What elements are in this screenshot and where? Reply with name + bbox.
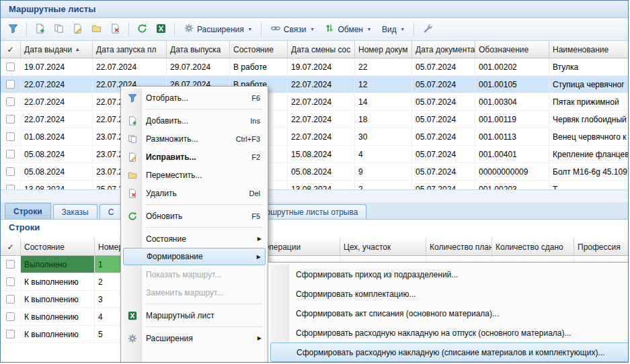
table-row[interactable]: 22.07.202422.07.202422.07.20241405.07.20… (1, 93, 629, 111)
table-row[interactable]: 19.07.202422.07.202429.07.2024В работе19… (1, 58, 629, 76)
column-header[interactable]: Дата документа (412, 41, 475, 58)
table-row[interactable]: 05.08.202423.07.202415.08.2024405.07.202… (1, 146, 629, 163)
column-header[interactable]: Профессия (574, 238, 629, 256)
lines-section-title: Строки (9, 222, 40, 232)
cell: 05.08.2024 (21, 163, 93, 180)
row-checkbox[interactable] (6, 115, 15, 124)
table-row-selected[interactable]: 22.07.202422.07.202426.07.2024В работе22… (1, 76, 629, 93)
links-menu-button[interactable]: Связи▾ (266, 21, 319, 38)
submenu-item-incoming[interactable]: Сформировать приход из подразделений... (270, 265, 629, 284)
row-checkbox[interactable] (6, 312, 15, 321)
menu-item-duplicate[interactable]: Размножить...Ctrl+F3 (123, 130, 266, 148)
row-checkbox[interactable] (6, 330, 15, 338)
checkbox-cell (1, 76, 21, 93)
settings-button[interactable] (419, 21, 436, 38)
route-sheets-table: ✓ Дата выдачи▲ Дата запуска пл Дата выпу… (1, 41, 629, 189)
column-header[interactable]: Состояние (21, 238, 95, 256)
row-checkbox[interactable] (6, 150, 15, 158)
extensions-menu-button[interactable]: Расширения▾ (180, 21, 256, 38)
menu-item-filter[interactable]: Отобрать...F6 (123, 89, 266, 107)
menu-item-label: Добавить... (141, 116, 250, 126)
excel-button[interactable] (153, 21, 169, 38)
menu-item-refresh[interactable]: ОбновитьF5 (123, 207, 266, 225)
cell: Ступица червячног (549, 76, 629, 93)
checkbox-cell (1, 58, 21, 75)
add-button[interactable] (32, 21, 48, 38)
column-header[interactable]: Обозначение (475, 41, 549, 58)
table-row[interactable]: 22.07.202422.07.202422.07.20241805.07.20… (1, 111, 629, 128)
row-checkbox[interactable] (6, 260, 15, 269)
delete-button[interactable] (107, 21, 124, 38)
column-header[interactable]: Номер докум (355, 41, 412, 58)
edit-button[interactable] (69, 21, 86, 38)
menu-separator (146, 326, 262, 327)
menu-item-state[interactable]: Состояние▶ (123, 230, 266, 248)
table-row[interactable]: 05.08.202423.07.202405.08.2024905.07.202… (1, 163, 629, 181)
menu-item-label: Удалить (141, 189, 249, 198)
table-row[interactable]: 01.08.202423.07.202422.07.20243005.07.20… (1, 128, 629, 146)
submenu-item-kitting[interactable]: Сформировать комплектацию... (270, 284, 629, 304)
filter-button[interactable] (5, 21, 22, 38)
tab-zakazy[interactable]: Заказы (53, 204, 97, 219)
row-checkbox[interactable] (6, 277, 15, 286)
menu-item-extensions[interactable]: Расширения▶ (123, 329, 266, 347)
column-header[interactable]: Наименование (549, 41, 629, 58)
cell: 05.07.2024 (412, 76, 475, 93)
row-checkbox[interactable] (6, 295, 15, 304)
submenu-item-writeoff-act[interactable]: Сформировать акт списания (основного мат… (270, 304, 629, 323)
row-checkbox[interactable] (6, 167, 15, 176)
tab-stroki[interactable]: Строки (5, 203, 51, 219)
column-header[interactable]: Дата запуска пл (93, 41, 167, 58)
menu-item-move[interactable]: Переместить... (123, 166, 266, 184)
splitter[interactable] (1, 189, 629, 202)
exchange-menu-button[interactable]: Обмен▾ (320, 21, 375, 38)
submenu-item-writeoff-invoice[interactable]: Сформировать расходную накладную (списан… (270, 343, 629, 362)
row-checkbox[interactable] (6, 97, 15, 106)
view-menu-button[interactable]: Вид▾ (377, 21, 409, 38)
refresh-icon (123, 212, 141, 221)
copy-button[interactable] (50, 21, 67, 38)
select-all-column-header[interactable]: ✓ (1, 41, 21, 58)
menu-item-route-sheet[interactable]: Маршрутный лист (123, 306, 266, 324)
column-header[interactable]: Количество сдано (492, 238, 574, 256)
cell: 05.07.2024 (412, 163, 475, 180)
cell: 22.07.2024 (288, 111, 355, 128)
column-header[interactable]: Дата выпуска (167, 41, 230, 58)
row-checkbox[interactable] (6, 185, 15, 189)
submenu-arrow-icon: ▶ (257, 254, 261, 260)
dropdown-arrow-icon: ▾ (311, 26, 313, 32)
cell: 05.07.2024 (412, 181, 475, 189)
cell: 15.08.2024 (288, 146, 355, 163)
menu-item-edit[interactable]: Исправить...F2 (123, 148, 266, 166)
refresh-button[interactable] (134, 21, 151, 38)
cell: 001.00304 (475, 93, 549, 110)
menu-separator (146, 227, 262, 228)
menu-item-label: Отобрать... (141, 93, 251, 103)
cell: Пятак прижимной (549, 93, 629, 110)
menu-item-label: Размножить... (141, 134, 236, 144)
submenu-item-issue-invoice[interactable]: Сформировать расходную накладную на отпу… (270, 323, 629, 343)
menu-item-formation[interactable]: Формирование▶ (123, 248, 266, 265)
column-header[interactable]: Операции (260, 238, 340, 256)
menu-shortcut: Ins (250, 117, 260, 125)
cell: 001.00401 (475, 146, 549, 163)
select-all-column-header[interactable]: ✓ (1, 238, 21, 256)
menu-item-delete[interactable]: УдалитьDel (123, 184, 266, 202)
folder-icon (91, 24, 102, 36)
column-header-issue-date[interactable]: Дата выдачи▲ (21, 41, 93, 58)
row-checkbox[interactable] (6, 132, 15, 141)
row-checkbox[interactable] (6, 62, 15, 71)
column-header[interactable]: Состояние (230, 41, 288, 58)
row-checkbox[interactable] (6, 80, 15, 89)
move-button[interactable] (88, 21, 105, 38)
column-header[interactable]: Количество план (426, 238, 492, 256)
column-header[interactable]: Дата смены сос (288, 41, 355, 58)
menu-item-add[interactable]: Добавить...Ins (123, 111, 266, 130)
column-header[interactable]: Цех, участок (340, 238, 426, 256)
edit-document-icon (73, 24, 83, 36)
main-toolbar: Расширения▾ Связи▾ Обмен▾ Вид▾ (1, 18, 628, 41)
menu-shortcut: Del (249, 189, 260, 197)
menu-separator (146, 109, 262, 109)
table-row[interactable]: 13.08.202425.07.202413.08.2024205.07.202… (1, 181, 629, 189)
cell-state: Выполнено (21, 256, 95, 273)
